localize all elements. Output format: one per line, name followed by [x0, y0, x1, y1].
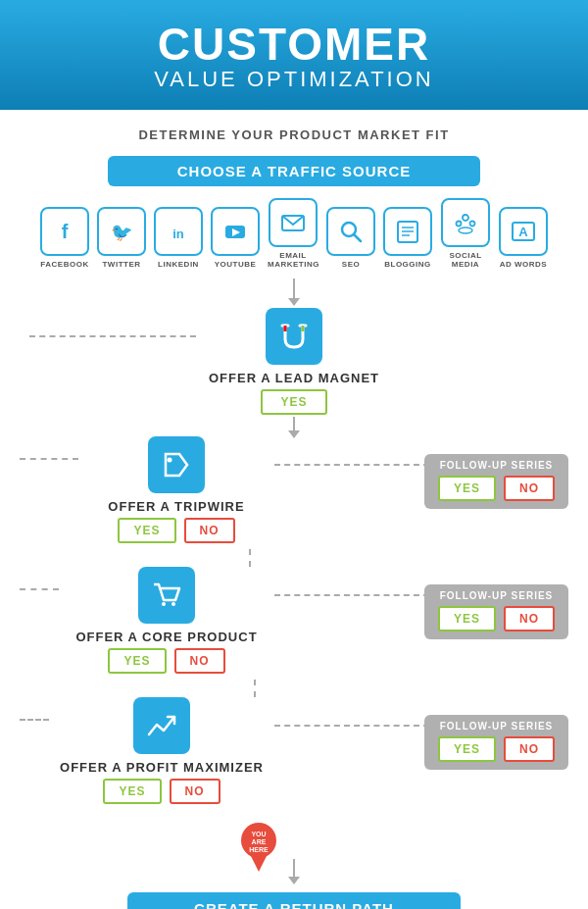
twitter-label: TWITTER	[102, 260, 140, 269]
core-followup-box: FOLLOW-UP SERIES YES NO	[424, 584, 568, 639]
facebook-icon[interactable]: f	[40, 207, 89, 256]
icon-item-blogging[interactable]: BLOGGING	[383, 207, 432, 269]
tripwire-followup-no[interactable]: NO	[504, 476, 555, 501]
adwords-label: AD WORDS	[500, 260, 547, 269]
profit-followup-no[interactable]: NO	[504, 736, 555, 762]
facebook-label: FACEBOOK	[40, 260, 88, 269]
profit-maximizer-icon	[133, 697, 190, 754]
core-followup-yes[interactable]: YES	[438, 606, 496, 631]
svg-text:f: f	[62, 221, 69, 242]
profit-yes-button[interactable]: YES	[103, 779, 161, 804]
profit-followup-box: FOLLOW-UP SERIES YES NO	[424, 715, 568, 770]
lead-magnet-label: OFFER A LEAD MAGNET	[209, 371, 379, 385]
traffic-source-box: CHOOSE A TRAFFIC SOURCE	[108, 156, 480, 186]
svg-line-8	[354, 234, 361, 241]
twitter-icon[interactable]: 🐦	[97, 207, 146, 256]
return-path-box: CREATE A RETURN PATH	[127, 892, 461, 909]
icon-item-adwords[interactable]: A AD WORDS	[499, 207, 548, 269]
header: CUSTOMER VALUE OPTIMIZATION	[0, 0, 588, 110]
traffic-source-label: CHOOSE A TRAFFIC SOURCE	[118, 163, 470, 179]
lead-magnet-yes-row: YES	[261, 389, 326, 415]
social-media-icon[interactable]	[441, 198, 490, 247]
connector-tripwire-to-core	[249, 549, 251, 567]
tripwire-label: OFFER A TRIPWIRE	[108, 499, 244, 514]
social-media-label: SOCIAL MEDIA	[440, 251, 491, 269]
core-product-icon	[138, 567, 195, 624]
icon-item-twitter[interactable]: 🐦 TWITTER	[97, 207, 146, 269]
tripwire-yes-button[interactable]: YES	[118, 518, 175, 543]
linkedin-label: LINKEDIN	[158, 260, 199, 269]
lead-magnet-icon	[266, 308, 322, 365]
profit-followup-yes-no: YES NO	[438, 736, 555, 762]
connector-yes-to-tripwire	[293, 417, 295, 432]
page-title-main: CUSTOMER	[10, 22, 578, 67]
page-wrapper: CUSTOMER VALUE OPTIMIZATION DETERMINE YO…	[0, 0, 588, 909]
tripwire-followup-label: FOLLOW-UP SERIES	[438, 460, 555, 471]
icon-item-seo[interactable]: SEO	[326, 207, 375, 269]
page-title-sub: VALUE OPTIMIZATION	[10, 67, 578, 92]
email-marketing-icon[interactable]	[269, 198, 318, 247]
svg-point-15	[470, 222, 475, 227]
icon-item-youtube[interactable]: YOUTUBE	[211, 207, 260, 269]
tripwire-followup-yes-no: YES NO	[438, 476, 555, 501]
determine-text: DETERMINE YOUR PRODUCT MARKET FIT	[0, 127, 588, 142]
core-followup-no[interactable]: NO	[504, 606, 555, 631]
svg-text:YOU: YOU	[251, 831, 266, 837]
profit-followup-yes[interactable]: YES	[438, 736, 496, 762]
core-followup-label: FOLLOW-UP SERIES	[438, 590, 555, 601]
tripwire-no-button[interactable]: NO	[184, 518, 235, 543]
svg-point-24	[162, 602, 166, 606]
profit-followup-label: FOLLOW-UP SERIES	[438, 721, 555, 732]
icon-item-linkedin[interactable]: in LINKEDIN	[154, 207, 203, 269]
core-followup-yes-no: YES NO	[438, 606, 555, 631]
lead-magnet-yes-button[interactable]: YES	[261, 389, 326, 415]
svg-marker-27	[249, 852, 269, 872]
svg-text:HERE: HERE	[249, 846, 269, 853]
tripwire-followup-box: FOLLOW-UP SERIES YES NO	[424, 454, 568, 509]
seo-label: SEO	[342, 260, 360, 269]
seo-icon[interactable]	[326, 207, 375, 256]
youtube-label: YOUTUBE	[215, 260, 257, 269]
svg-text:ARE: ARE	[252, 838, 267, 845]
core-yes-button[interactable]: YES	[108, 648, 166, 674]
profit-maximizer-yes-no: YES NO	[103, 779, 220, 804]
return-path-label: CREATE A RETURN PATH	[137, 900, 451, 909]
tripwire-followup-yes[interactable]: YES	[438, 476, 496, 501]
svg-point-13	[463, 215, 468, 221]
connector-core-to-profit	[254, 680, 256, 697]
svg-point-14	[457, 222, 462, 227]
icon-item-facebook[interactable]: f FACEBOOK	[40, 207, 89, 269]
connector-to-magnet	[293, 278, 295, 300]
traffic-icons-row: f FACEBOOK 🐦 TWITTER in LINKEDIN YOUTUBE	[0, 198, 588, 269]
core-no-button[interactable]: NO	[174, 648, 225, 674]
svg-point-23	[168, 458, 172, 463]
blogging-icon[interactable]	[383, 207, 432, 256]
icon-item-social-media[interactable]: SOCIAL MEDIA	[440, 198, 491, 269]
you-are-here-pin: YOU ARE HERE	[234, 818, 283, 879]
determine-section: DETERMINE YOUR PRODUCT MARKET FIT	[0, 110, 588, 148]
email-marketing-label: EMAIL MARKETING	[268, 251, 318, 269]
core-product-label: OFFER A CORE PRODUCT	[75, 630, 257, 644]
youtube-icon[interactable]	[211, 207, 260, 256]
blogging-label: BLOGGING	[384, 260, 431, 269]
profit-no-button[interactable]: NO	[170, 779, 220, 804]
profit-maximizer-label: OFFER A PROFIT MAXIMIZER	[60, 760, 264, 775]
flowchart: OFFER A LEAD MAGNET YES	[0, 278, 588, 909]
svg-point-16	[459, 227, 472, 233]
tripwire-yes-no: YES NO	[118, 518, 234, 543]
svg-text:🐦: 🐦	[111, 222, 133, 243]
linkedin-icon[interactable]: in	[154, 207, 203, 256]
svg-text:in: in	[172, 227, 184, 241]
svg-point-25	[172, 602, 175, 606]
svg-text:A: A	[518, 225, 528, 239]
icon-item-email[interactable]: EMAIL MARKETING	[268, 198, 318, 269]
adwords-icon[interactable]: A	[499, 207, 548, 256]
core-product-yes-no: YES NO	[108, 648, 224, 674]
tripwire-icon	[148, 436, 205, 493]
